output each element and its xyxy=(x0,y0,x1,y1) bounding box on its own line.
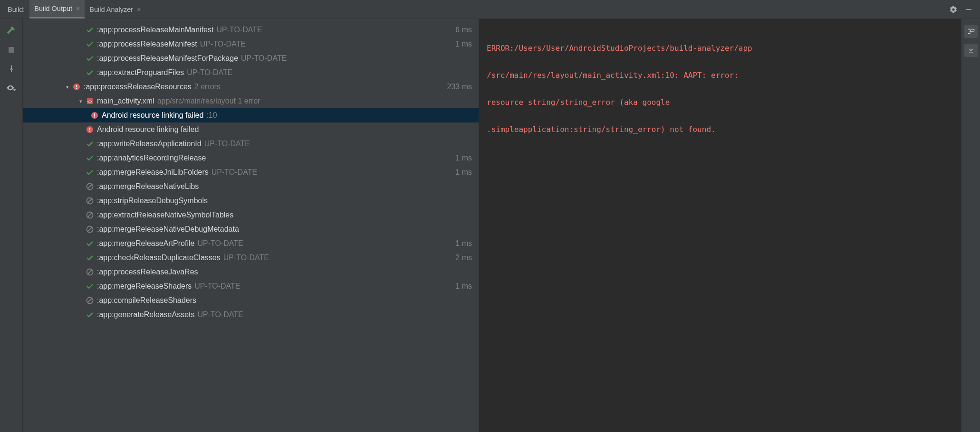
check-icon xyxy=(86,40,94,48)
task-time: 1 ms xyxy=(455,282,472,291)
left-toolbar xyxy=(0,19,23,432)
task-name: Android resource linking failed xyxy=(102,111,203,120)
task-time: 1 ms xyxy=(455,40,472,48)
pin-icon[interactable] xyxy=(6,64,17,74)
task-status: UP-TO-DATE xyxy=(223,254,269,262)
tree-row[interactable]: :app:compileReleaseShaders xyxy=(23,293,479,308)
task-secondary: 2 errors xyxy=(194,83,221,91)
check-icon xyxy=(86,239,94,248)
error-icon xyxy=(72,83,81,91)
soft-wrap-icon[interactable] xyxy=(964,25,978,38)
tree-row[interactable]: :app:processReleaseManifestForPackageUP-… xyxy=(23,51,479,66)
chevron-down-icon[interactable]: ▾ xyxy=(77,98,85,104)
task-name: :app:generateReleaseAssets xyxy=(97,310,194,319)
check-icon xyxy=(86,168,94,177)
check-icon xyxy=(86,282,94,291)
svg-rect-12 xyxy=(89,128,90,130)
tree-row[interactable]: :app:mergeReleaseNativeLibs xyxy=(23,179,479,194)
task-status: UP-TO-DATE xyxy=(194,282,240,291)
task-name: :app:mergeReleaseJniLibFolders xyxy=(97,168,209,177)
error-line: ERROR:/Users/User/AndroidStudioProjects/… xyxy=(487,44,953,53)
task-name: Android resource linking failed xyxy=(97,125,199,134)
task-name: :app:processReleaseManifest xyxy=(97,40,197,48)
task-time: 1 ms xyxy=(455,239,472,248)
file-icon: <> xyxy=(86,97,94,105)
tree-row[interactable]: ▾:app:processReleaseResources2 errors233… xyxy=(23,80,479,94)
check-icon xyxy=(86,310,94,319)
tree-row[interactable]: :app:processReleaseMainManifestUP-TO-DAT… xyxy=(23,23,479,37)
task-name: :app:mergeReleaseShaders xyxy=(97,282,192,291)
tree-row[interactable]: :app:processReleaseJavaRes xyxy=(23,265,479,279)
tree-row[interactable]: :app:mergeReleaseNativeDebugMetadata xyxy=(23,222,479,236)
svg-rect-1 xyxy=(9,47,14,53)
skip-icon xyxy=(86,211,94,219)
tree-row[interactable]: :app:extractReleaseNativeSymbolTables xyxy=(23,208,479,222)
tree-row[interactable]: :app:stripReleaseDebugSymbols xyxy=(23,194,479,208)
task-name: :app:compileReleaseShaders xyxy=(97,296,196,305)
error-icon xyxy=(90,111,99,120)
tree-row[interactable]: :app:checkReleaseDuplicateClassesUP-TO-D… xyxy=(23,251,479,265)
tab-build-analyzer[interactable]: Build Analyzer × xyxy=(85,0,145,19)
svg-rect-5 xyxy=(76,88,77,89)
svg-line-23 xyxy=(88,270,92,274)
skip-icon xyxy=(86,296,94,305)
tree-row[interactable]: ▾<>main_activity.xmlapp/src/main/res/lay… xyxy=(23,94,479,108)
task-status: UP-TO-DATE xyxy=(216,26,262,34)
check-icon xyxy=(86,54,94,63)
task-name: :app:writeReleaseApplicationId xyxy=(97,140,202,148)
eye-icon[interactable] xyxy=(6,83,17,93)
task-time: 2 ms xyxy=(455,254,472,262)
close-icon[interactable]: × xyxy=(137,6,141,13)
task-name: :app:extractReleaseNativeSymbolTables xyxy=(97,211,233,219)
task-status: UP-TO-DATE xyxy=(241,54,287,63)
tab-label: Build Analyzer xyxy=(89,6,133,13)
tree-row[interactable]: :app:extractProguardFilesUP-TO-DATE xyxy=(23,66,479,80)
hammer-icon[interactable] xyxy=(6,26,17,36)
svg-text:<>: <> xyxy=(87,99,93,104)
scroll-to-end-icon[interactable] xyxy=(964,44,978,57)
task-secondary: :10 xyxy=(206,111,217,120)
svg-line-17 xyxy=(88,199,92,203)
error-line: resource string/string_error (aka google xyxy=(487,98,953,107)
build-tree[interactable]: :app:processReleaseMainManifestUP-TO-DAT… xyxy=(23,19,479,432)
tree-row[interactable]: :app:writeReleaseApplicationIdUP-TO-DATE xyxy=(23,137,479,151)
task-time: 1 ms xyxy=(455,168,472,177)
close-icon[interactable]: × xyxy=(76,5,80,12)
svg-line-25 xyxy=(88,299,92,302)
task-name: :app:checkReleaseDuplicateClasses xyxy=(97,254,221,262)
tree-row[interactable]: :app:mergeReleaseJniLibFoldersUP-TO-DATE… xyxy=(23,165,479,179)
svg-rect-4 xyxy=(76,85,77,87)
check-icon xyxy=(86,254,94,262)
tree-row[interactable]: Android resource linking failed xyxy=(23,122,479,137)
task-time: 6 ms xyxy=(455,26,472,34)
svg-line-21 xyxy=(88,227,92,231)
stop-icon[interactable] xyxy=(6,45,17,55)
svg-point-2 xyxy=(10,87,11,89)
tabs: Build Output × Build Analyzer × xyxy=(29,0,145,19)
tree-row[interactable]: Android resource linking failed:10 xyxy=(23,108,479,122)
task-name: :app:processReleaseJavaRes xyxy=(97,268,198,276)
tree-row[interactable]: :app:mergeReleaseShadersUP-TO-DATE1 ms xyxy=(23,279,479,293)
task-name: :app:processReleaseResources xyxy=(84,83,192,91)
task-name: main_activity.xml xyxy=(97,97,154,105)
task-name: :app:analyticsRecordingRelease xyxy=(97,154,206,162)
svg-rect-10 xyxy=(94,117,95,118)
gear-icon[interactable] xyxy=(949,5,958,14)
right-toolbar xyxy=(961,19,980,432)
svg-rect-13 xyxy=(89,131,90,132)
task-name: :app:stripReleaseDebugSymbols xyxy=(97,197,208,205)
chevron-down-icon[interactable]: ▾ xyxy=(64,84,71,90)
skip-icon xyxy=(86,182,94,191)
tree-row[interactable]: :app:mergeReleaseArtProfileUP-TO-DATE1 m… xyxy=(23,236,479,251)
task-status: UP-TO-DATE xyxy=(187,68,232,77)
tree-row[interactable]: :app:analyticsRecordingRelease1 ms xyxy=(23,151,479,165)
check-icon xyxy=(86,26,94,34)
svg-line-19 xyxy=(88,213,92,217)
tree-row[interactable]: :app:generateReleaseAssetsUP-TO-DATE xyxy=(23,308,479,322)
task-status: UP-TO-DATE xyxy=(204,140,250,148)
task-name: :app:mergeReleaseNativeDebugMetadata xyxy=(97,225,239,234)
tab-build-output[interactable]: Build Output × xyxy=(29,0,85,19)
tab-label: Build Output xyxy=(34,5,72,12)
tree-row[interactable]: :app:processReleaseManifestUP-TO-DATE1 m… xyxy=(23,37,479,51)
minimize-icon[interactable] xyxy=(964,5,973,14)
